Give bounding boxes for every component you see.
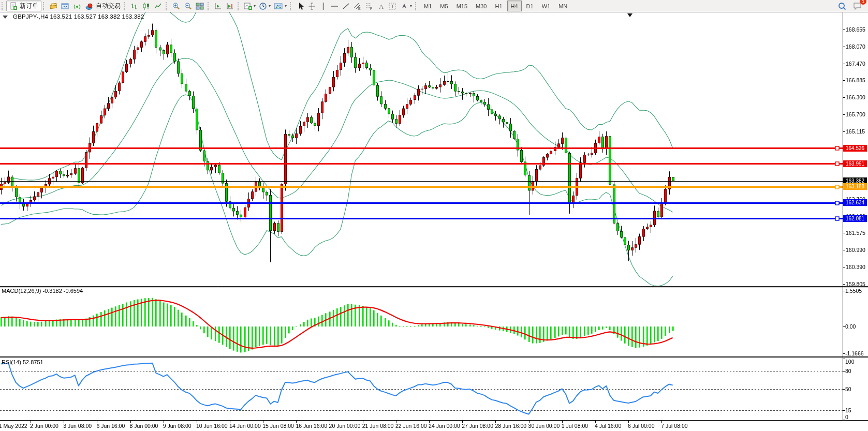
trading-terminal: 新订单 自动交易 ▾ ▾ ▾ E F A T ▾ M1M5M15M30H1H4D… (0, 0, 868, 431)
chevron-down-icon: ▾ (410, 4, 412, 8)
price-line-badge[interactable]: 164.526 (843, 145, 867, 152)
symbols-button[interactable] (48, 1, 60, 11)
equidistant-channel-tool-button[interactable]: E (351, 1, 363, 11)
arrow-shapes-button[interactable]: ▾ (399, 1, 414, 11)
auto-trading-button[interactable]: 自动交易 (83, 1, 122, 11)
template-button[interactable]: ▾ (272, 1, 288, 11)
trendline-icon (342, 2, 350, 10)
timeframe-button-m15[interactable]: M15 (453, 1, 471, 11)
fibonacci-tool-button[interactable]: F (363, 1, 375, 11)
timeframe-button-w1[interactable]: W1 (538, 1, 554, 11)
toolbar-grip[interactable] (43, 2, 46, 10)
period-clock-button[interactable]: ▾ (257, 1, 272, 11)
chart-shift-icon (214, 2, 223, 10)
symbols-icon (49, 2, 58, 10)
zoom-out-icon (184, 2, 193, 10)
candlestick-chart-icon (142, 2, 151, 10)
bar-chart-icon (130, 2, 139, 10)
arrow-shapes-icon (400, 2, 409, 10)
one-click-expander-icon[interactable] (3, 16, 8, 19)
new-order-button[interactable]: 新订单 (6, 1, 41, 11)
timeframe-button-m5[interactable]: M5 (436, 1, 451, 11)
chart-shift-marker-icon[interactable] (627, 13, 632, 17)
new-chart-button[interactable]: ▾ (242, 1, 257, 11)
timeframe-button-m1[interactable]: M1 (420, 1, 435, 11)
signal-button[interactable] (71, 1, 83, 11)
auto-trading-icon (85, 2, 94, 10)
line-chart-button[interactable] (152, 1, 164, 11)
svg-text:A: A (379, 3, 384, 10)
period-clock-icon (259, 2, 268, 10)
notifications-button[interactable]: 1 (851, 1, 864, 11)
chevron-down-icon: ▾ (254, 4, 256, 8)
price-line-badge[interactable]: 162.634 (843, 199, 867, 206)
chevron-down-icon: ▾ (285, 4, 287, 8)
toolbar-grip[interactable] (415, 2, 418, 10)
cursor-tool-button[interactable] (295, 1, 306, 11)
chart-canvas[interactable] (0, 0, 868, 431)
text-label-icon: T (388, 2, 397, 10)
svg-text:T: T (391, 3, 394, 9)
trendline-tool-button[interactable] (340, 1, 351, 11)
charts-window-icon (61, 2, 70, 10)
candlestick-chart-button[interactable] (140, 1, 152, 11)
tile-windows-icon (196, 2, 204, 10)
svg-text:E: E (358, 7, 361, 10)
toolbar-grip[interactable] (2, 2, 4, 10)
new-chart-icon (244, 2, 253, 10)
price-line-badge[interactable]: 163.188 (843, 183, 867, 190)
crosshair-icon (308, 2, 316, 10)
fibonacci-icon: F (365, 2, 374, 10)
text-tool-button[interactable]: A (375, 1, 387, 11)
zoom-in-icon (172, 2, 181, 10)
line-chart-icon (154, 2, 163, 10)
charts-window-button[interactable] (60, 1, 71, 11)
cursor-icon (297, 2, 304, 10)
timeframe-button-h4[interactable]: H4 (507, 1, 522, 11)
tile-windows-button[interactable] (194, 1, 206, 11)
search-icon (837, 2, 847, 11)
template-icon (274, 2, 284, 10)
chevron-down-icon: ▾ (269, 4, 271, 8)
svg-text:F: F (370, 7, 372, 10)
bar-chart-button[interactable] (128, 1, 140, 11)
auto-scroll-icon (226, 2, 234, 10)
toolbar-grip[interactable] (124, 2, 126, 10)
text-icon: A (377, 2, 385, 10)
timeframe-button-mn[interactable]: MN (555, 1, 571, 11)
equidistant-channel-icon: E (353, 2, 362, 10)
auto-trading-label: 自动交易 (96, 2, 121, 10)
signal-icon (73, 2, 82, 10)
vertical-line-icon (319, 2, 327, 10)
zoom-in-button[interactable] (170, 1, 182, 11)
auto-scroll-button[interactable] (224, 1, 236, 11)
chart-shift-button[interactable] (212, 1, 224, 11)
new-order-label: 新订单 (20, 2, 38, 10)
toolbar-grip[interactable] (166, 2, 168, 10)
zoom-out-button[interactable] (182, 1, 194, 11)
toolbar-grip[interactable] (208, 2, 210, 10)
timeframe-button-h1[interactable]: H1 (491, 1, 506, 11)
search-button[interactable] (836, 1, 848, 11)
toolbar-grip[interactable] (238, 2, 240, 10)
timeframe-group: M1M5M15M30H1H4D1W1MN (420, 1, 571, 11)
timeframe-button-d1[interactable]: D1 (523, 1, 537, 11)
new-order-icon (9, 2, 18, 10)
toolbar: 新订单 自动交易 ▾ ▾ ▾ E F A T ▾ M1M5M15M30H1H4D… (0, 0, 868, 12)
vertical-line-tool-button[interactable] (317, 1, 329, 11)
toolbar-grip[interactable] (290, 2, 292, 10)
horizontal-line-icon (331, 2, 339, 10)
price-line-badge[interactable]: 163.991 (843, 160, 867, 167)
notification-badge[interactable]: 1 (860, 0, 866, 5)
crosshair-tool-button[interactable] (306, 1, 317, 11)
timeframe-button-m30[interactable]: M30 (472, 1, 490, 11)
price-line-badge[interactable]: 162.081 (843, 215, 867, 222)
horizontal-line-tool-button[interactable] (329, 1, 340, 11)
text-label-tool-button[interactable]: T (387, 1, 399, 11)
